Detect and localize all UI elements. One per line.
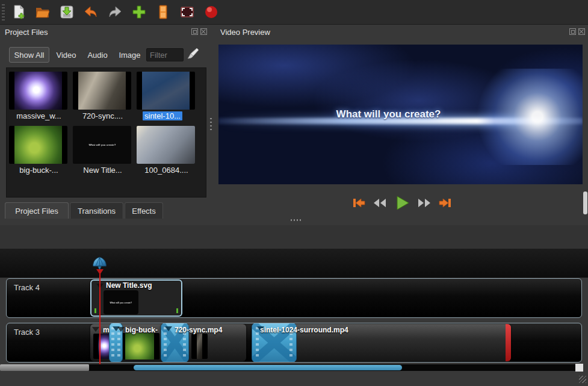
video-overlay-text: What will you create? xyxy=(218,108,559,120)
file-thumbnail-720sync[interactable] xyxy=(73,72,131,110)
undo-icon xyxy=(83,4,99,20)
tab-transitions[interactable]: Transitions xyxy=(70,202,123,219)
clip-label-bigbuck: big-buck- xyxy=(125,326,158,334)
video-preview-frame[interactable]: What will you create? xyxy=(218,45,583,184)
filter-audio-button[interactable]: Audio xyxy=(84,47,111,63)
filter-video-button[interactable]: Video xyxy=(54,47,79,63)
redo-icon xyxy=(107,4,123,20)
clip-menu-chevron-icon[interactable] xyxy=(117,327,125,332)
file-label-massive[interactable]: massive_w... xyxy=(10,111,67,120)
jump-to-start-button[interactable] xyxy=(351,195,367,213)
new-project-icon xyxy=(11,4,26,20)
import-files-icon xyxy=(131,4,147,20)
playhead-stem-top xyxy=(96,269,104,275)
clip-menu-chevron-icon[interactable] xyxy=(92,327,99,332)
save-project-button[interactable] xyxy=(58,3,76,21)
tab-effects[interactable]: Effects xyxy=(125,202,163,219)
project-files-panel-title: Project Files xyxy=(5,28,48,37)
timeline-ruler[interactable]: 00:00:31:15 00:00:40 00:01:00 00:01:20 0… xyxy=(0,249,588,278)
close-panel-icon[interactable] xyxy=(200,28,207,35)
fast-forward-icon xyxy=(416,195,432,211)
transition-chevron-icon[interactable] xyxy=(165,326,172,331)
filter-image-button[interactable]: Image xyxy=(116,47,143,63)
track-3-label: Track 3 xyxy=(14,328,40,337)
play-icon xyxy=(393,194,411,212)
clip-label-720sync: 720-sync.mp4 xyxy=(175,326,222,334)
file-thumbnail-bigbuck[interactable] xyxy=(9,126,67,164)
timeline-toolbar: 20 seconds xyxy=(0,225,588,249)
clear-filter-button[interactable] xyxy=(185,47,200,65)
brush-icon xyxy=(185,47,200,63)
undo-button[interactable] xyxy=(82,3,100,21)
window-resize-grip[interactable] xyxy=(579,376,586,383)
scrollbar-corner xyxy=(575,364,583,372)
jump-to-end-icon xyxy=(438,195,453,211)
clip-720sync-thumbnail xyxy=(191,334,208,359)
fullscreen-button[interactable] xyxy=(178,3,196,21)
playback-controls xyxy=(351,194,453,214)
open-project-icon xyxy=(35,4,51,20)
jump-to-start-icon xyxy=(351,195,367,211)
openshot-window: Project Files Show All Video Audio Image… xyxy=(0,0,588,386)
jump-to-end-button[interactable] xyxy=(438,195,453,213)
clip-label-sintel: sintel-1024-surround.mp4 xyxy=(260,326,348,334)
export-video-icon xyxy=(203,4,220,20)
timeline-splitter-handle[interactable] xyxy=(291,219,302,221)
title-editor-icon xyxy=(155,4,171,20)
clip-thumb-text: What will you create? xyxy=(110,301,132,304)
timeline-scrollbar-thumb[interactable] xyxy=(134,365,402,370)
export-video-button[interactable] xyxy=(202,3,220,21)
rewind-icon xyxy=(372,195,388,211)
save-project-icon xyxy=(59,4,75,20)
filter-input[interactable] xyxy=(146,48,184,61)
clip-bigbuck-thumbnail xyxy=(120,333,159,360)
toolbar-grip[interactable] xyxy=(2,4,5,20)
clip-label-massive: m xyxy=(103,326,110,334)
open-project-button[interactable] xyxy=(34,3,52,21)
file-thumbnail-newtitle[interactable]: What will you create? xyxy=(73,126,131,164)
fullscreen-icon xyxy=(179,4,195,20)
filter-show-all-button[interactable]: Show All xyxy=(9,47,49,63)
title-editor-button[interactable] xyxy=(154,3,172,21)
close-preview-icon[interactable] xyxy=(578,28,585,35)
fast-forward-button[interactable] xyxy=(416,195,432,213)
project-files-list: massive_w... 720-sync.... sintel-10... W… xyxy=(6,67,206,198)
redo-button[interactable] xyxy=(106,3,124,21)
file-thumbnail-photo[interactable] xyxy=(137,126,195,164)
playhead-line[interactable] xyxy=(99,269,101,364)
file-thumbnail-massive[interactable] xyxy=(9,72,67,110)
file-label-sintel[interactable]: sintel-10... xyxy=(143,111,182,120)
timeline-corner-edge xyxy=(0,364,89,371)
play-button[interactable] xyxy=(393,194,411,214)
rewind-button[interactable] xyxy=(372,195,388,213)
track-3-row[interactable]: Track 3 m big-buck- xyxy=(6,323,582,363)
file-thumbnail-sintel[interactable] xyxy=(137,72,195,110)
video-preview-panel-title: Video Preview xyxy=(220,28,270,37)
clip-thumbnail: What will you create? xyxy=(104,290,138,314)
file-label-photo[interactable]: 100_0684.... xyxy=(138,166,195,175)
track-4-row[interactable]: Track 4 What will you create? New Title.… xyxy=(6,278,582,318)
file-label-bigbuck[interactable]: big-buck-... xyxy=(10,166,67,175)
float-panel-icon[interactable] xyxy=(191,28,198,35)
main-toolbar xyxy=(0,0,588,25)
file-label-720sync[interactable]: 720-sync.... xyxy=(74,111,131,120)
track-4-label: Track 4 xyxy=(14,283,40,292)
preview-scrollbar[interactable] xyxy=(583,191,587,214)
new-project-button[interactable] xyxy=(10,3,28,21)
clip-trim-handle[interactable] xyxy=(506,324,511,361)
title-thumb-text: What will you create? xyxy=(88,143,116,146)
file-label-newtitle[interactable]: New Title... xyxy=(74,166,131,175)
tab-project-files[interactable]: Project Files xyxy=(5,202,69,219)
panel-splitter-handle[interactable] xyxy=(210,118,212,131)
float-preview-icon[interactable] xyxy=(569,28,576,35)
import-files-button[interactable] xyxy=(130,3,148,21)
clip-label-new-title: New Title.svg xyxy=(106,281,152,290)
